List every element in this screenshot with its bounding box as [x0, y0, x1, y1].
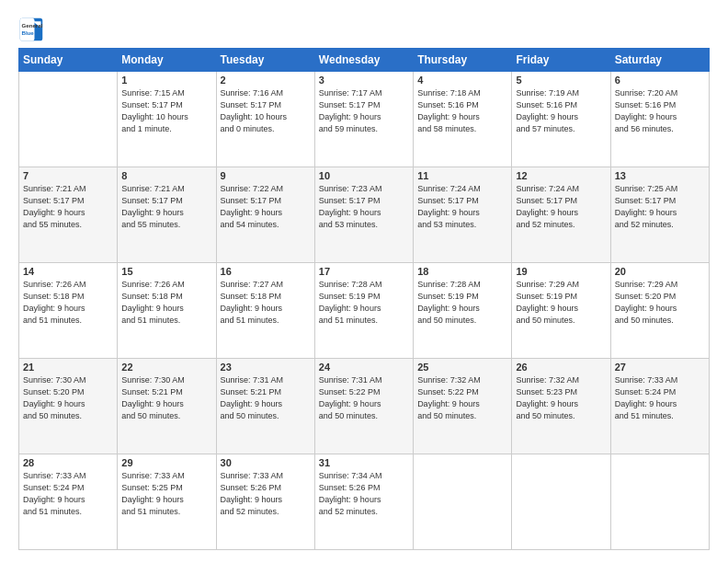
day-number: 31: [319, 457, 409, 468]
week-row-1: 1Sunrise: 7:15 AMSunset: 5:17 PMDaylight…: [19, 72, 710, 167]
day-info: Sunrise: 7:34 AMSunset: 5:26 PMDaylight:…: [319, 470, 409, 518]
calendar-cell: 17Sunrise: 7:28 AMSunset: 5:19 PMDayligh…: [314, 263, 413, 359]
calendar-cell: 8Sunrise: 7:21 AMSunset: 5:17 PMDaylight…: [118, 167, 216, 263]
calendar-cell: 30Sunrise: 7:33 AMSunset: 5:26 PMDayligh…: [216, 454, 314, 550]
day-info: Sunrise: 7:24 AMSunset: 5:17 PMDaylight:…: [417, 183, 507, 231]
calendar-cell: 6Sunrise: 7:20 AMSunset: 5:16 PMDaylight…: [610, 72, 709, 167]
calendar-cell: 25Sunrise: 7:32 AMSunset: 5:22 PMDayligh…: [414, 359, 512, 454]
day-number: 16: [221, 266, 311, 277]
day-number: 17: [319, 266, 409, 277]
day-number: 30: [221, 457, 311, 468]
calendar-cell: 4Sunrise: 7:18 AMSunset: 5:16 PMDaylight…: [414, 72, 512, 167]
day-info: Sunrise: 7:15 AMSunset: 5:17 PMDaylight:…: [121, 87, 211, 135]
day-info: Sunrise: 7:26 AMSunset: 5:18 PMDaylight:…: [23, 279, 113, 327]
day-number: 25: [417, 362, 507, 373]
day-number: 13: [615, 170, 705, 181]
day-info: Sunrise: 7:32 AMSunset: 5:23 PMDaylight:…: [516, 374, 606, 422]
calendar-cell: 18Sunrise: 7:28 AMSunset: 5:19 PMDayligh…: [414, 263, 512, 359]
calendar-cell: [19, 72, 118, 167]
weekday-header-row: SundayMondayTuesdayWednesdayThursdayFrid…: [19, 49, 710, 72]
day-info: Sunrise: 7:20 AMSunset: 5:16 PMDaylight:…: [615, 87, 705, 135]
svg-text:General: General: [22, 22, 43, 29]
day-info: Sunrise: 7:33 AMSunset: 5:24 PMDaylight:…: [615, 374, 705, 422]
day-number: 9: [221, 170, 311, 181]
calendar-cell: 15Sunrise: 7:26 AMSunset: 5:18 PMDayligh…: [118, 263, 216, 359]
day-info: Sunrise: 7:33 AMSunset: 5:26 PMDaylight:…: [221, 470, 311, 518]
day-info: Sunrise: 7:19 AMSunset: 5:16 PMDaylight:…: [516, 87, 606, 135]
header: General Blue: [18, 17, 710, 42]
calendar-cell: 11Sunrise: 7:24 AMSunset: 5:17 PMDayligh…: [414, 167, 512, 263]
day-number: 10: [319, 170, 409, 181]
day-number: 20: [615, 266, 705, 277]
day-number: 1: [121, 75, 211, 86]
day-number: 18: [417, 266, 507, 277]
calendar-cell: [512, 454, 610, 550]
day-number: 3: [319, 75, 409, 86]
week-row-3: 14Sunrise: 7:26 AMSunset: 5:18 PMDayligh…: [19, 263, 710, 359]
day-number: 22: [121, 362, 211, 373]
day-info: Sunrise: 7:21 AMSunset: 5:17 PMDaylight:…: [23, 183, 113, 231]
calendar-cell: 5Sunrise: 7:19 AMSunset: 5:16 PMDaylight…: [512, 72, 610, 167]
day-info: Sunrise: 7:24 AMSunset: 5:17 PMDaylight:…: [516, 183, 606, 231]
day-number: 21: [23, 362, 113, 373]
day-info: Sunrise: 7:31 AMSunset: 5:22 PMDaylight:…: [319, 374, 409, 422]
calendar-cell: 19Sunrise: 7:29 AMSunset: 5:19 PMDayligh…: [512, 263, 610, 359]
day-info: Sunrise: 7:16 AMSunset: 5:17 PMDaylight:…: [221, 87, 311, 135]
day-info: Sunrise: 7:26 AMSunset: 5:18 PMDaylight:…: [121, 279, 211, 327]
day-info: Sunrise: 7:22 AMSunset: 5:17 PMDaylight:…: [221, 183, 311, 231]
day-info: Sunrise: 7:33 AMSunset: 5:25 PMDaylight:…: [121, 470, 211, 518]
weekday-header-wednesday: Wednesday: [314, 49, 413, 72]
day-info: Sunrise: 7:29 AMSunset: 5:19 PMDaylight:…: [516, 279, 606, 327]
calendar-cell: 16Sunrise: 7:27 AMSunset: 5:18 PMDayligh…: [216, 263, 314, 359]
calendar-cell: 28Sunrise: 7:33 AMSunset: 5:24 PMDayligh…: [19, 454, 118, 550]
day-number: 23: [221, 362, 311, 373]
day-number: 24: [319, 362, 409, 373]
calendar-cell: [414, 454, 512, 550]
day-info: Sunrise: 7:28 AMSunset: 5:19 PMDaylight:…: [417, 279, 507, 327]
calendar-cell: 24Sunrise: 7:31 AMSunset: 5:22 PMDayligh…: [314, 359, 413, 454]
day-number: 8: [121, 170, 211, 181]
day-number: 6: [615, 75, 705, 86]
calendar-cell: 23Sunrise: 7:31 AMSunset: 5:21 PMDayligh…: [216, 359, 314, 454]
calendar-cell: 12Sunrise: 7:24 AMSunset: 5:17 PMDayligh…: [512, 167, 610, 263]
calendar-cell: 26Sunrise: 7:32 AMSunset: 5:23 PMDayligh…: [512, 359, 610, 454]
day-info: Sunrise: 7:21 AMSunset: 5:17 PMDaylight:…: [121, 183, 211, 231]
day-info: Sunrise: 7:18 AMSunset: 5:16 PMDaylight:…: [417, 87, 507, 135]
day-number: 5: [516, 75, 606, 86]
weekday-header-saturday: Saturday: [610, 49, 709, 72]
calendar-cell: 9Sunrise: 7:22 AMSunset: 5:17 PMDaylight…: [216, 167, 314, 263]
calendar-cell: 13Sunrise: 7:25 AMSunset: 5:17 PMDayligh…: [610, 167, 709, 263]
day-info: Sunrise: 7:23 AMSunset: 5:17 PMDaylight:…: [319, 183, 409, 231]
calendar-cell: 3Sunrise: 7:17 AMSunset: 5:17 PMDaylight…: [314, 72, 413, 167]
day-info: Sunrise: 7:31 AMSunset: 5:21 PMDaylight:…: [221, 374, 311, 422]
day-info: Sunrise: 7:17 AMSunset: 5:17 PMDaylight:…: [319, 87, 409, 135]
calendar-cell: 10Sunrise: 7:23 AMSunset: 5:17 PMDayligh…: [314, 167, 413, 263]
weekday-header-thursday: Thursday: [414, 49, 512, 72]
day-number: 11: [417, 170, 507, 181]
day-info: Sunrise: 7:30 AMSunset: 5:21 PMDaylight:…: [121, 374, 211, 422]
day-info: Sunrise: 7:28 AMSunset: 5:19 PMDaylight:…: [319, 279, 409, 327]
calendar-cell: 31Sunrise: 7:34 AMSunset: 5:26 PMDayligh…: [314, 454, 413, 550]
logo: General Blue: [18, 17, 44, 42]
day-number: 29: [121, 457, 211, 468]
logo-icon: General Blue: [18, 17, 44, 42]
calendar-cell: 7Sunrise: 7:21 AMSunset: 5:17 PMDaylight…: [19, 167, 118, 263]
calendar-cell: [610, 454, 709, 550]
weekday-header-tuesday: Tuesday: [216, 49, 314, 72]
calendar-cell: 2Sunrise: 7:16 AMSunset: 5:17 PMDaylight…: [216, 72, 314, 167]
day-number: 28: [23, 457, 113, 468]
day-info: Sunrise: 7:25 AMSunset: 5:17 PMDaylight:…: [615, 183, 705, 231]
calendar-cell: 14Sunrise: 7:26 AMSunset: 5:18 PMDayligh…: [19, 263, 118, 359]
calendar-cell: 22Sunrise: 7:30 AMSunset: 5:21 PMDayligh…: [118, 359, 216, 454]
day-info: Sunrise: 7:33 AMSunset: 5:24 PMDaylight:…: [23, 470, 113, 518]
day-number: 14: [23, 266, 113, 277]
day-number: 12: [516, 170, 606, 181]
day-number: 27: [615, 362, 705, 373]
week-row-4: 21Sunrise: 7:30 AMSunset: 5:20 PMDayligh…: [19, 359, 710, 454]
day-info: Sunrise: 7:29 AMSunset: 5:20 PMDaylight:…: [615, 279, 705, 327]
calendar-table: SundayMondayTuesdayWednesdayThursdayFrid…: [18, 48, 710, 550]
calendar-cell: 21Sunrise: 7:30 AMSunset: 5:20 PMDayligh…: [19, 359, 118, 454]
weekday-header-monday: Monday: [118, 49, 216, 72]
day-number: 7: [23, 170, 113, 181]
day-info: Sunrise: 7:27 AMSunset: 5:18 PMDaylight:…: [221, 279, 311, 327]
